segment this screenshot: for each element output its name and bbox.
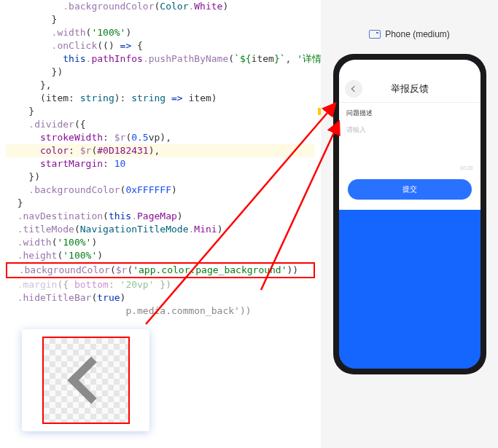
input-placeholder: 请输入 (346, 125, 473, 135)
title-bar: 举报反馈 (339, 76, 481, 102)
char-counter: 0/120 (460, 165, 473, 170)
status-bar (339, 60, 481, 76)
chevron-left-icon (351, 86, 357, 92)
device-selector[interactable]: Phone (medium) (369, 29, 450, 39)
form-label: 问题描述 (346, 109, 473, 118)
code-fragment: p.media.common_back')) (125, 305, 251, 316)
chevron-left-icon-large (67, 356, 114, 404)
back-icon-asset (42, 337, 130, 424)
back-button[interactable] (345, 80, 362, 98)
phone-frame: 举报反馈 问题描述 请输入 0/120 提交 (333, 54, 486, 374)
device-label: Phone (medium) (385, 29, 450, 39)
submit-button[interactable]: 提交 (348, 179, 472, 200)
submit-bar: 提交 (339, 173, 481, 210)
phone-screen: 举报反馈 问题描述 请输入 0/120 提交 (339, 60, 481, 369)
preview-panel: Phone (medium) 举报反馈 问题描述 请输入 0/120 (321, 0, 498, 448)
page-background-area (339, 210, 481, 369)
icon-preview-popup (22, 329, 149, 431)
highlighted-code-line: .backgroundColor($r('app.color.page_back… (6, 262, 315, 278)
feedback-input[interactable]: 请输入 0/120 (339, 122, 481, 173)
form-section: 问题描述 (339, 102, 481, 122)
phone-icon (369, 30, 381, 39)
